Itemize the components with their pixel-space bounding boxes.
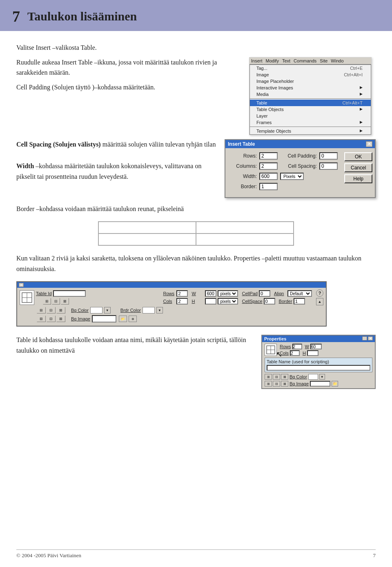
icon-btn-b[interactable]: ⊟ — [47, 307, 56, 314]
props-dimensions: Rows W pixels % CellPad Align — [163, 290, 312, 305]
rows-input[interactable] — [259, 152, 278, 160]
small-folder-btn[interactable]: 📁 — [332, 381, 338, 387]
icon-btn-f[interactable]: ⊠ — [56, 316, 65, 322]
bg-image-folder-btn[interactable]: 📁 — [119, 316, 127, 322]
copyright-text: © 2004 -2005 Päivi Vartiainen — [16, 552, 81, 559]
small-w-input[interactable] — [310, 344, 322, 349]
cols-prop-input[interactable] — [176, 298, 188, 305]
cellpad-prop-input[interactable] — [259, 290, 270, 297]
menu-item-frames: Frames — [250, 119, 371, 126]
small-icon-btn-5[interactable]: ⊟ — [273, 381, 280, 387]
small-icon-btn-2[interactable]: ⊟ — [273, 374, 280, 380]
menu-bar-insert: Insert — [251, 58, 263, 63]
intro-p1: Valitse Insert –valikosta Table. — [16, 42, 376, 53]
bg-image-input[interactable] — [92, 315, 116, 322]
icon-btn-group-2: ⊞ ⊟ ⊠ — [37, 316, 65, 322]
brdr-color-picker-btn[interactable]: ▼ — [156, 307, 163, 314]
bg-color-box — [90, 307, 102, 314]
props-body: Table Id ⊞ ⊟ ⊠ — [17, 288, 326, 326]
columns-input[interactable] — [259, 162, 278, 170]
small-minimize-btn[interactable]: _ — [362, 336, 367, 340]
cellpadding-input[interactable] — [319, 152, 338, 160]
border-input[interactable] — [259, 183, 278, 190]
ok-button[interactable]: OK — [344, 152, 372, 161]
small-rows-input[interactable] — [292, 344, 302, 349]
dialog-buttons: OK Cancel Help — [344, 152, 372, 193]
rows-row: Rows: Cell Padding: — [230, 152, 338, 160]
columns-label: Columns: — [230, 163, 257, 169]
format-btn-1[interactable]: ⊞ — [43, 298, 51, 305]
menu-item-layer: Layer — [250, 113, 371, 119]
small-bg-image-input[interactable] — [310, 381, 330, 387]
cancel-button[interactable]: Cancel — [344, 163, 372, 172]
small-icon-btn-4[interactable]: ⊞ — [265, 381, 272, 387]
menu-bar-modify: Modify — [266, 58, 279, 63]
small-bg-color-label: Bg Color — [290, 374, 307, 379]
format-btn-2[interactable]: ⊟ — [52, 298, 60, 305]
props-help-button[interactable]: ? — [316, 289, 323, 297]
cellspacing-label: Cell Spacing: — [284, 163, 317, 169]
props-expand-button[interactable]: ▲ — [316, 298, 323, 305]
width-input[interactable] — [259, 173, 278, 180]
menu-item-image: ImageCtrl+Alt+I — [250, 71, 371, 78]
page-header: 7 Taulukon lisääminen — [0, 0, 392, 31]
small-row-fields-2: Cols H — [280, 350, 372, 356]
small-icon-btn-3[interactable]: ⊠ — [281, 374, 288, 380]
small-icon-btns-2: ⊞ ⊟ ⊠ — [265, 381, 288, 387]
small-cols-input[interactable] — [290, 350, 300, 356]
intro-p2: Ruudulle aukeaa Insert Table –ikkuna, jo… — [16, 57, 241, 78]
menu-bar-text: Text — [282, 58, 290, 63]
cellspacing-input[interactable] — [319, 162, 338, 170]
main-content: Valitse Insert –valikosta Table. Ruudull… — [0, 31, 392, 401]
bg-color-picker-btn[interactable]: ▼ — [104, 307, 111, 314]
icon-btn-d[interactable]: ⊞ — [37, 316, 46, 322]
small-bg-color-box — [308, 374, 318, 380]
dialog-body: Rows: Cell Padding: Columns: Cell Spacin… — [225, 148, 375, 197]
columns-row: Columns: Cell Spacing: — [230, 162, 338, 170]
small-bg-image-label: Bg Image — [290, 381, 309, 386]
width-field-label: Width: — [230, 173, 257, 179]
w-unit-select[interactable]: pixels % — [218, 290, 238, 297]
small-dialog-title: Properties — [264, 336, 286, 341]
width-row: Width: Pixels % — [230, 173, 338, 180]
bottom-section: Table id kohdassa taulukolle voidaan ant… — [16, 335, 376, 389]
small-icon-btns: ⊞ ⊟ ⊠ — [265, 374, 288, 380]
rows-field-row: Rows W pixels % CellPad Align — [163, 290, 312, 297]
menu-item-table[interactable]: TableCtrl+Alt+T — [250, 100, 371, 106]
h-unit-select[interactable]: pixels % — [218, 298, 238, 305]
small-icon-btn-1[interactable]: ⊞ — [265, 374, 272, 380]
rows-label: Rows: — [230, 153, 257, 159]
small-h-label: H — [303, 351, 306, 356]
table-name-input[interactable] — [267, 365, 370, 371]
result-para: Kun valitaan 2 riviä ja kaksi saraketta,… — [16, 253, 376, 274]
help-button[interactable]: Help — [344, 174, 372, 183]
table-cell-1 — [98, 222, 196, 233]
small-h-input[interactable] — [307, 350, 318, 356]
border-prop-input[interactable] — [294, 298, 305, 305]
bg-image-target-btn[interactable]: ⊕ — [129, 316, 137, 322]
small-dialog-titlebar: Properties _ ✕ — [262, 336, 375, 342]
menu-item-tag: Tag...Ctrl+E — [250, 65, 371, 71]
table-cell-3 — [98, 233, 196, 245]
table-id-label: Table Id — [36, 291, 52, 296]
cellspace-prop-input[interactable] — [264, 298, 275, 305]
small-icon-btn-6[interactable]: ⊠ — [281, 381, 288, 387]
h-prop-input[interactable] — [205, 298, 216, 305]
menu-separator-2 — [250, 127, 371, 127]
bg-color-label: Bg Color — [71, 308, 89, 313]
width-unit-select[interactable]: Pixels % — [280, 173, 304, 180]
dialog-close-button[interactable]: ✕ — [366, 141, 372, 147]
align-prop-select[interactable]: Default Left Center Right — [287, 290, 312, 297]
icon-btn-c[interactable]: ⊠ — [56, 307, 65, 314]
rows-prop-input[interactable] — [176, 290, 188, 297]
icon-btn-a[interactable]: ⊞ — [37, 307, 46, 314]
small-bg-color-picker[interactable]: ▼ — [319, 374, 325, 380]
props-close-btn[interactable]: ✕ — [19, 283, 24, 287]
properties-section: ✕ Table Id — [16, 281, 376, 327]
align-prop-label: Align — [274, 291, 286, 296]
format-btn-3[interactable]: ⊠ — [61, 298, 69, 305]
w-prop-input[interactable] — [205, 290, 216, 297]
small-close-btn[interactable]: ✕ — [368, 336, 373, 340]
table-id-input[interactable] — [53, 290, 86, 297]
icon-btn-e[interactable]: ⊟ — [47, 316, 56, 322]
